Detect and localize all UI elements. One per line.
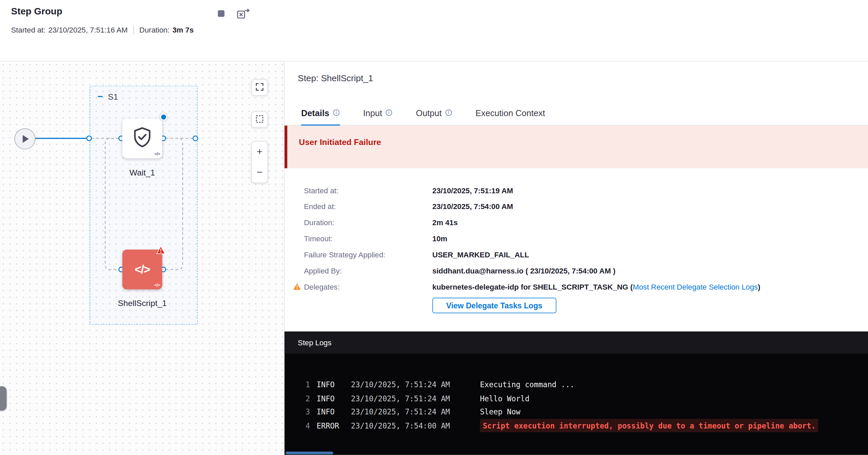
started-at-value: 23/10/2025, 7:51:19 AM [432,187,513,195]
tab-details[interactable]: Details [301,101,340,125]
canvas-fullscreen-button[interactable] [251,79,268,96]
applied-by-label: Applied By: [304,267,432,275]
play-icon [23,135,29,142]
log-timestamp: 23/10/2025, 7:54:00 AM [351,419,462,432]
abort-rollback-button[interactable] [236,7,252,22]
node-label-shellscript-1: ShellScript_1 [98,298,187,308]
tab-output-label: Output [416,108,442,118]
log-message: Script execution interrupted, possibly d… [480,419,818,432]
meta-divider [133,26,134,35]
log-line-error: 4 ERROR 23/10/2025, 7:54:00 AM Script ex… [285,419,868,432]
duration-label: Duration: [304,219,432,227]
detail-row: Timeout: 10m [285,231,868,247]
step-logs-title: Step Logs [285,331,868,354]
log-timestamp: 23/10/2025, 7:51:24 AM [351,405,462,418]
step-execution-view: Step Group Started at: 23/10/2025, 7: [0,0,868,455]
code-badge-icon: </> [154,283,160,288]
logs-scrollbar-thumb[interactable] [286,452,333,454]
log-line-number: 2 [298,392,310,405]
log-level: INFO [316,378,345,391]
step-details-panel: Step: ShellScript_1 Details Input Output [285,61,868,455]
detail-row: Ended at: 23/10/2025, 7:54:00 AM [285,199,868,215]
node-status-dot [160,113,167,121]
delegate-selection-logs-link[interactable]: Most Recent Delegate Selection Logs [633,283,758,291]
info-icon[interactable] [445,108,452,118]
log-message: Hello World [480,392,529,405]
failure-warning-icon [156,246,165,257]
detail-row: Applied By: siddhant.dua@harness.io ( 23… [285,263,868,279]
log-line: 1 INFO 23/10/2025, 7:51:24 AM Executing … [285,378,868,391]
duration-value: 2m 41s [432,219,458,227]
header-actions [216,7,252,22]
zoom-out-button[interactable]: − [252,162,267,183]
tab-execution-context[interactable]: Execution Context [475,101,545,125]
delegate-warning-icon [293,283,301,293]
step-group-header: − S1 [97,92,118,101]
tab-details-label: Details [301,108,329,118]
step-group-label: S1 [108,92,118,101]
detail-row-delegates: Delegates: kubernetes-delegate-idp for S… [285,279,868,295]
step-logs-body: 1 INFO 23/10/2025, 7:51:24 AM Executing … [285,354,868,432]
expand-icon [255,82,264,93]
failure-strategy-value: USER_MARKED_FAIL_ALL [432,251,529,259]
stop-icon [217,9,225,20]
canvas-select-button[interactable] [251,111,268,128]
view-delegate-tasks-logs-button[interactable]: View Delegate Tasks Logs [432,298,556,313]
header: Step Group Started at: 23/10/2025, 7: [0,0,868,61]
failure-banner-text: User Initiated Failure [299,137,381,147]
detail-row: Failure Strategy Applied: USER_MARKED_FA… [285,247,868,263]
duration-label: Duration: [139,26,169,35]
tab-input[interactable]: Input [363,101,393,125]
duration-value: 3m 7s [173,26,194,35]
info-icon[interactable] [385,108,392,118]
detail-row: Duration: 2m 41s [285,215,868,231]
node-wait-1[interactable]: </> [122,119,162,158]
log-timestamp: 23/10/2025, 7:51:24 AM [351,392,462,405]
tab-input-label: Input [363,108,382,118]
log-message: Executing command ... [480,378,575,391]
delegates-value-prefix: kubernetes-delegate-idp for SHELL_SCRIPT… [432,283,633,291]
zoom-in-button[interactable]: + [252,141,267,162]
detail-row: Started at: 23/10/2025, 7:51:19 AM [285,183,868,199]
log-level: INFO [316,392,345,405]
execution-meta: Started at: 23/10/2025, 7:51:16 AM Durat… [11,26,194,35]
started-at-value: 23/10/2025, 7:51:16 AM [48,26,128,35]
delegates-value-suffix: ) [758,283,760,291]
ended-at-value: 23/10/2025, 7:54:00 AM [432,203,513,211]
applied-by-value: siddhant.dua@harness.io ( 23/10/2025, 7:… [432,267,616,275]
delegates-value: kubernetes-delegate-idp for SHELL_SCRIPT… [432,283,760,291]
timeout-label: Timeout: [304,234,432,243]
log-line: 3 INFO 23/10/2025, 7:51:24 AM Sleep Now [285,405,868,418]
ended-at-label: Ended at: [304,203,432,211]
log-line: 2 INFO 23/10/2025, 7:51:24 AM Hello Worl… [285,392,868,405]
started-at-label: Started at: [11,26,45,35]
failure-strategy-label: Failure Strategy Applied: [304,251,432,259]
node-label-wait-1: Wait_1 [98,168,187,177]
log-level: ERROR [316,419,345,432]
marquee-select-icon [255,115,264,125]
pipeline-canvas: − S1 </> Wait_1 </> </> [0,61,285,455]
collapse-group-icon[interactable]: − [97,93,103,100]
code-badge-icon: </> [154,152,160,157]
left-edge-drawer-handle[interactable] [0,386,7,411]
log-message: Sleep Now [480,405,521,418]
log-level: INFO [316,405,345,418]
tab-execution-context-label: Execution Context [475,108,545,118]
info-icon[interactable] [333,108,340,118]
tab-bar: Details Input Output Execution Context [285,101,868,126]
log-line-number: 3 [298,405,310,418]
abort-rollback-icon [237,8,251,21]
timeout-value: 10m [432,234,447,243]
log-line-number: 4 [298,419,310,432]
log-line-number: 1 [298,378,310,391]
shell-script-icon: </> [134,263,150,276]
stop-button[interactable] [216,8,226,21]
tab-output[interactable]: Output [416,101,452,125]
started-at-label: Started at: [304,187,432,195]
shield-check-icon [131,126,153,151]
step-panel-title: Step: ShellScript_1 [298,73,373,84]
details-section: Started at: 23/10/2025, 7:51:19 AM Ended… [285,183,868,295]
start-node [14,129,36,150]
delegates-label: Delegates: [304,283,432,291]
step-logs-console: Step Logs 1 INFO 23/10/2025, 7:51:24 AM … [285,331,868,455]
